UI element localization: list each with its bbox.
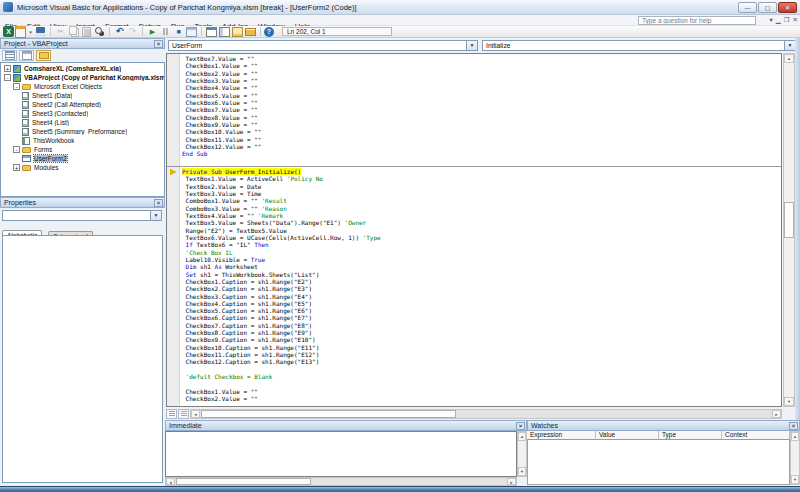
scroll-right-icon[interactable]: ► [507, 478, 516, 485]
tree-item-microsoft-excel-objects[interactable]: -Microsoft Excel Objects [1, 82, 164, 91]
mdi-minimize-icon[interactable]: ▁ [776, 17, 781, 24]
reset-icon[interactable] [172, 26, 185, 37]
line-column-indicator: Ln 202, Col 1 [282, 27, 392, 36]
properties-close-icon[interactable] [154, 199, 163, 207]
properties-object-dropdown[interactable] [2, 210, 162, 221]
properties-panel-titlebar[interactable]: Properties [0, 197, 165, 208]
help-search-input[interactable] [638, 16, 756, 25]
object-dropdown[interactable]: UserForm [168, 40, 478, 51]
tree-item-vbaproject-copy-of-parichat-kongmiya-xlsm[interactable]: -VBAProject (Copy of Parichat Kongmiya.x… [1, 73, 164, 82]
scroll-left-icon[interactable]: ◄ [166, 478, 175, 485]
code-hscroll-thumb[interactable] [201, 410, 456, 418]
run-icon[interactable] [146, 26, 159, 37]
immediate-horizontal-scrollbar[interactable]: ◄ ► [165, 477, 517, 486]
code-line: 'Check Box IL [182, 249, 781, 256]
help-dropdown-arrow-icon[interactable]: ▾ [769, 17, 772, 24]
watch-column-expression[interactable]: Expression [527, 431, 596, 440]
collapse-icon[interactable]: - [13, 83, 20, 90]
chevron-down-icon[interactable] [150, 211, 161, 220]
scroll-up-icon[interactable]: ▲ [518, 432, 526, 441]
insert-userform-icon[interactable] [14, 26, 27, 37]
tree-item-sheet1-data[interactable]: Sheet1 (Data) [1, 91, 164, 100]
project-explorer-icon[interactable] [205, 26, 218, 37]
tree-item-modules[interactable]: +Modules [1, 163, 164, 172]
tree-item-sheet5-summary-preformance[interactable]: Sheet5 (Summary_Preformance) [1, 127, 164, 136]
code-editor[interactable]: TextBox7.Value = "" CheckBox1.Value = ""… [166, 53, 782, 407]
tree-item-sheet2-call-attempted[interactable]: Sheet2 (Call Attempted) [1, 100, 164, 109]
code-line [182, 366, 781, 373]
project-close-icon[interactable] [154, 40, 163, 48]
immediate-close-icon[interactable] [516, 422, 525, 430]
code-margin-indicator-bar[interactable] [167, 54, 180, 406]
scroll-up-icon[interactable]: ▲ [784, 54, 794, 63]
toolbox-icon[interactable] [244, 26, 257, 37]
toolbar-separator [142, 27, 143, 36]
properties-panel: Properties Alphabetic Categorized [0, 197, 165, 486]
watch-column-context[interactable]: Context [722, 431, 790, 440]
save-icon[interactable] [34, 26, 47, 37]
help-icon[interactable] [264, 27, 274, 37]
chevron-down-icon[interactable] [466, 41, 477, 50]
object-browser-icon[interactable] [231, 26, 244, 37]
collapse-icon[interactable]: - [4, 74, 11, 81]
minimize-icon[interactable]: — [738, 2, 757, 13]
code-text: TextBox5.Value = Sheets("Data").Range("E… [182, 219, 366, 226]
immediate-input-area[interactable] [165, 431, 517, 477]
tree-item-sheet3-contacted[interactable]: Sheet3 (Contacted) [1, 109, 164, 118]
find-icon[interactable] [93, 26, 106, 37]
undo-icon[interactable] [113, 26, 126, 37]
windows-taskbar-edge[interactable] [0, 486, 800, 492]
properties-tabs: Alphabetic Categorized [2, 224, 94, 235]
maximize-icon[interactable]: ▢ [758, 2, 777, 13]
immediate-vertical-scrollbar[interactable]: ▲ ▼ [517, 431, 527, 477]
watches-panel-titlebar[interactable]: Watches [527, 420, 800, 431]
view-code-button[interactable] [2, 50, 17, 61]
code-text: CheckBox10.Value = "" [182, 128, 261, 135]
close-icon[interactable]: ✕ [778, 2, 797, 13]
toolbar-separator [109, 27, 110, 36]
tree-item-comsharexl-comsharexl-xla[interactable]: +ComshareXL (ComshareXL.xla) [1, 64, 164, 73]
mdi-restore-icon[interactable]: ❐ [784, 17, 790, 24]
project-panel-titlebar[interactable]: Project - VBAProject [0, 38, 165, 49]
scroll-down-icon[interactable]: ▼ [784, 397, 794, 406]
properties-window-icon[interactable] [218, 26, 231, 37]
insert-object-dropdown-icon[interactable]: ▾ [27, 29, 34, 35]
scroll-down-icon[interactable]: ▼ [518, 467, 526, 476]
immediate-hscroll-thumb[interactable] [176, 478, 311, 485]
tree-item-userform2[interactable]: UserForm2 [1, 154, 164, 163]
expand-icon[interactable]: + [13, 164, 20, 171]
code-horizontal-scrollbar[interactable]: ◄ ► [190, 409, 782, 419]
tree-item-label: Sheet1 (Data) [32, 92, 72, 99]
tree-item-thisworkbook[interactable]: ThisWorkbook [1, 136, 164, 145]
expand-icon[interactable]: + [4, 65, 11, 72]
watch-column-type[interactable]: Type [659, 431, 722, 440]
code-vertical-scrollbar[interactable]: ▲ ▼ [783, 53, 795, 407]
collapse-icon[interactable]: - [13, 146, 20, 153]
full-module-view-button[interactable] [178, 409, 189, 419]
tree-item-sheet4-list[interactable]: Sheet4 (List) [1, 118, 164, 127]
scroll-left-icon[interactable]: ◄ [191, 410, 200, 418]
scroll-down-icon[interactable]: ▼ [791, 475, 799, 484]
immediate-panel-titlebar[interactable]: Immediate [165, 420, 527, 431]
code-text: TextBox2.Value = Date [182, 183, 261, 190]
mdi-close-icon[interactable]: ✕ [793, 17, 798, 24]
workbook-icon [22, 137, 30, 145]
watches-vertical-scrollbar[interactable]: ▲ ▼ [790, 431, 800, 485]
view-object-button[interactable] [19, 50, 34, 61]
watches-close-icon[interactable] [789, 422, 798, 430]
watch-column-value[interactable]: Value [596, 431, 659, 440]
procedure-view-button[interactable] [166, 409, 177, 419]
view-excel-icon[interactable] [3, 26, 14, 37]
code-vscroll-thumb[interactable] [784, 202, 794, 238]
procedure-dropdown[interactable]: Initialize [482, 40, 796, 51]
sheet-icon [22, 101, 29, 109]
code-line: CheckBox6.Caption = sh1.Range("E7") [182, 314, 781, 321]
design-mode-icon[interactable] [185, 26, 198, 37]
toggle-folders-button[interactable] [36, 50, 51, 61]
tree-item-forms[interactable]: -Forms [1, 145, 164, 154]
scroll-up-icon[interactable]: ▲ [791, 432, 799, 441]
toolbar-icons: ▾ [3, 26, 274, 37]
immediate-panel: Immediate ▲ ▼ ◄ ► [165, 420, 527, 486]
chevron-down-icon[interactable] [784, 41, 795, 50]
scroll-right-icon[interactable]: ► [772, 410, 781, 418]
